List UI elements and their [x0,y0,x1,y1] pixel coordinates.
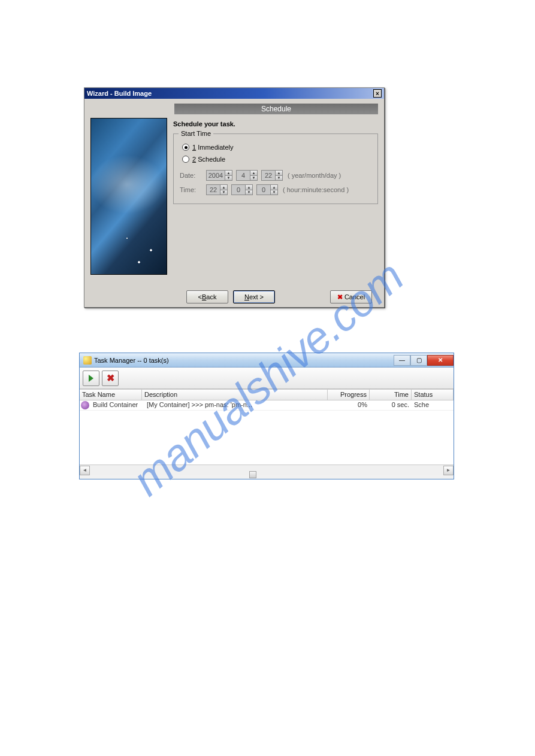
spin-down-icon[interactable]: ▼ [220,190,227,195]
day-spinner[interactable]: ▲▼ [261,170,283,181]
minute-input[interactable] [232,185,245,195]
page-heading: Schedule your task. [173,120,378,127]
stop-button[interactable]: ✖ [102,371,119,386]
cancel-x-icon: ✖ [337,293,343,301]
wizard-build-image-window: Wizard - Build Image × Schedule Schedule… [84,87,385,308]
month-spinner[interactable]: ▲▼ [236,170,258,181]
close-icon[interactable]: × [373,89,382,98]
month-input[interactable] [237,171,250,180]
spin-up-icon[interactable]: ▲ [245,185,252,190]
spin-up-icon[interactable]: ▲ [220,185,227,190]
year-input[interactable] [207,171,225,180]
time-label: Time: [180,186,202,193]
col-progress[interactable]: Progress [328,390,370,400]
play-button[interactable] [83,371,99,386]
next-button[interactable]: Next > [233,290,275,303]
second-input[interactable] [257,185,270,195]
radio-immediately[interactable]: 1 Immediately [182,144,371,151]
scroll-left-icon[interactable]: ◄ [80,466,90,475]
spin-down-icon[interactable]: ▼ [225,176,232,181]
cancel-button[interactable]: ✖Cancel [330,290,372,303]
col-time[interactable]: Time [370,390,412,400]
spin-up-icon[interactable]: ▲ [225,171,232,176]
horizontal-scrollbar[interactable]: ◄ ► [80,464,454,475]
task-list: Task Name Description Progress Time Stat… [80,389,454,464]
radio-button-icon[interactable] [182,156,189,163]
task-icon [81,401,89,409]
date-hint: ( year/month/day ) [288,172,341,179]
next-rest: ext > [249,293,264,300]
spin-down-icon[interactable]: ▼ [250,176,257,181]
col-task-name[interactable]: Task Name [80,390,142,400]
wizard-title-text: Wizard - Build Image [87,90,152,97]
spin-up-icon[interactable]: ▲ [270,185,277,190]
wizard-side-image [90,118,167,275]
stop-icon: ✖ [107,372,114,384]
radio-button-icon[interactable] [182,144,189,151]
date-label: Date: [180,172,202,179]
cell-time: 0 sec. [370,401,412,409]
back-rest: ack [206,293,216,300]
second-spinner[interactable]: ▲▼ [256,184,278,195]
hour-spinner[interactable]: ▲▼ [206,184,228,195]
radio-label: Immediately [196,144,233,151]
spin-up-icon[interactable]: ▲ [275,171,282,176]
column-headers: Task Name Description Progress Time Stat… [80,390,454,400]
tm-titlebar[interactable]: Task Manager -- 0 task(s) — ▢ ✕ [80,353,454,368]
cell-description: [My Container] >>> pm-nas: 'pm-n... [144,401,328,409]
minute-spinner[interactable]: ▲▼ [231,184,253,195]
cancel-label: Cancel [344,293,365,300]
hour-input[interactable] [207,185,220,195]
app-icon [83,356,92,365]
scroll-thumb[interactable] [249,471,256,478]
scroll-right-icon[interactable]: ► [443,466,454,475]
wizard-titlebar[interactable]: Wizard - Build Image × [84,88,384,99]
cell-status: Sche [412,401,454,409]
year-spinner[interactable]: ▲▼ [206,170,232,181]
maximize-icon[interactable]: ▢ [410,355,427,366]
spin-down-icon[interactable]: ▼ [245,190,252,195]
time-hint: ( hour:minute:second ) [283,186,349,193]
next-accel: N [244,293,249,300]
fieldset-legend: Start Time [179,130,213,137]
task-manager-window: Task Manager -- 0 task(s) — ▢ ✕ ✖ Task N… [79,353,454,479]
cell-task-name: Build Container [90,401,144,409]
tm-toolbar: ✖ [80,368,454,389]
close-icon[interactable]: ✕ [427,355,454,366]
spin-down-icon[interactable]: ▼ [275,176,282,181]
schedule-banner: Schedule [174,104,378,114]
radio-label: Schedule [196,156,225,163]
col-description[interactable]: Description [142,390,328,400]
tm-title-text: Task Manager -- 0 task(s) [94,357,169,364]
back-button[interactable]: < Back [186,290,228,303]
spin-up-icon[interactable]: ▲ [250,171,257,176]
radio-schedule[interactable]: 2 Schedule [182,156,371,163]
start-time-fieldset: Start Time 1 Immediately 2 Schedule Date… [173,133,378,204]
day-input[interactable] [262,171,275,180]
task-row[interactable]: Build Container [My Container] >>> pm-na… [80,400,454,411]
back-accel: B [202,293,206,300]
col-status[interactable]: Status [412,390,454,400]
cell-progress: 0% [328,401,370,409]
minimize-icon[interactable]: — [394,355,410,366]
play-icon [89,375,93,382]
spin-down-icon[interactable]: ▼ [270,190,277,195]
